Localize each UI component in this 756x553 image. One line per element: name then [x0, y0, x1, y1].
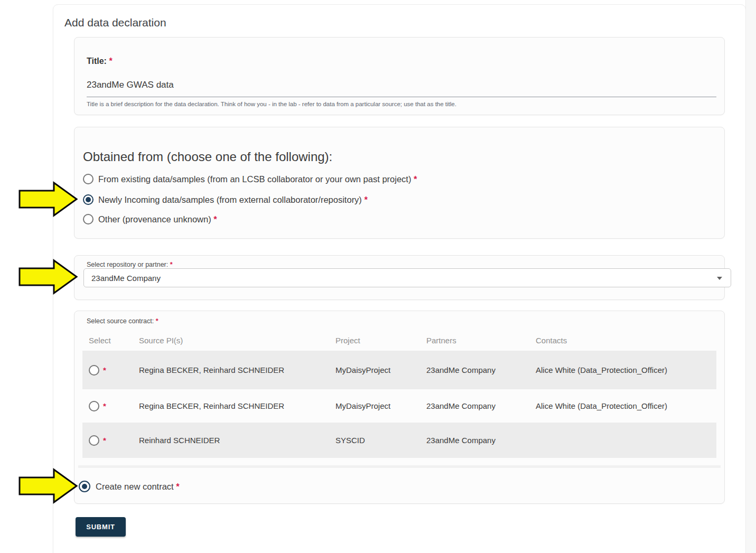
- option-label-text: Newly Incoming data/samples (from extern…: [98, 195, 362, 204]
- chevron-down-icon: [717, 277, 722, 280]
- required-asterisk: *: [170, 261, 173, 268]
- source-contract-label-text: Select source contract:: [87, 317, 154, 325]
- column-header-select: Select: [82, 336, 139, 345]
- annotation-arrow-newly-incoming: [18, 181, 79, 218]
- source-pi-cell: Regina BECKER, Reinhard SCHNEIDER: [139, 365, 335, 374]
- partners-cell: 23andMe Company: [426, 365, 536, 374]
- required-asterisk: *: [156, 317, 158, 325]
- radio-unselected-icon[interactable]: [89, 365, 99, 376]
- radio-unselected-icon[interactable]: [89, 435, 99, 446]
- scrollbar-track[interactable]: [745, 0, 756, 553]
- row-select-cell: *: [82, 365, 139, 376]
- title-field-label: Title: *: [87, 57, 113, 66]
- source-contract-label: Select source contract: *: [87, 317, 158, 325]
- create-new-contract-text: Create new contract: [96, 482, 174, 491]
- radio-selected-icon[interactable]: [79, 481, 90, 492]
- option-from-existing[interactable]: From existing data/samples (from an LCSB…: [83, 173, 417, 185]
- column-header-project: Project: [335, 336, 426, 345]
- contacts-cell: Alice White (Data_Protection_Officer): [536, 401, 716, 410]
- contract-table-header: Select Source PI(s) Project Partners Con…: [82, 331, 716, 350]
- source-pi-cell: Reinhard SCHNEIDER: [139, 436, 335, 445]
- required-asterisk: *: [213, 214, 217, 224]
- radio-unselected-icon[interactable]: [83, 214, 94, 224]
- required-asterisk: *: [176, 482, 179, 491]
- project-cell: MyDaisyProject: [335, 365, 426, 374]
- source-contract-card: Select source contract: * Select Source …: [74, 311, 725, 504]
- required-asterisk: *: [103, 436, 106, 445]
- radio-unselected-icon[interactable]: [83, 174, 94, 184]
- obtained-from-heading: Obtained from (choose one of the followi…: [83, 149, 332, 164]
- page-title: Add data declaration: [64, 16, 166, 29]
- option-label: Other (provenance unknown) *: [98, 214, 217, 224]
- source-pi-cell: Regina BECKER, Reinhard SCHNEIDER: [139, 401, 335, 410]
- required-asterisk: *: [103, 401, 106, 410]
- required-asterisk: *: [109, 57, 112, 65]
- required-asterisk: *: [364, 195, 367, 204]
- create-new-contract-option[interactable]: Create new contract *: [79, 480, 180, 493]
- annotation-arrow-create-contract: [18, 467, 79, 504]
- section-divider: [78, 465, 721, 468]
- column-header-contacts: Contacts: [536, 336, 716, 345]
- row-select-cell: *: [82, 401, 139, 411]
- title-card: Title: * 23andMe GWAS data Title is a br…: [74, 37, 725, 115]
- table-row[interactable]: * Reinhard SCHNEIDER SYSCID 23andMe Comp…: [82, 423, 716, 458]
- title-label-text: Title:: [87, 57, 107, 65]
- title-input[interactable]: 23andMe GWAS data: [87, 80, 174, 90]
- project-cell: MyDaisyProject: [335, 401, 426, 410]
- project-cell: SYSCID: [335, 436, 426, 445]
- partners-cell: 23andMe Company: [426, 401, 536, 410]
- required-asterisk: *: [414, 174, 417, 184]
- option-label-text: Other (provenance unknown): [98, 214, 211, 224]
- submit-button[interactable]: SUBMIT: [76, 517, 126, 537]
- repository-card: Select repository or partner: * 23andMe …: [74, 255, 725, 300]
- repository-label-text: Select repository or partner:: [87, 261, 168, 268]
- option-label: From existing data/samples (from an LCSB…: [98, 174, 417, 184]
- table-row[interactable]: * Regina BECKER, Reinhard SCHNEIDER MyDa…: [82, 351, 716, 389]
- title-input-underline: [87, 97, 716, 97]
- repository-select-value: 23andMe Company: [91, 274, 161, 283]
- repository-label: Select repository or partner: *: [87, 261, 173, 268]
- newly-incoming-option[interactable]: Newly Incoming data/samples (from extern…: [83, 193, 368, 206]
- annotation-arrow-repository: [18, 258, 79, 295]
- column-header-source-pi: Source PI(s): [139, 336, 335, 345]
- repository-select[interactable]: 23andMe Company: [83, 268, 731, 287]
- option-label: Newly Incoming data/samples (from extern…: [98, 195, 368, 205]
- row-select-cell: *: [82, 435, 139, 446]
- create-new-contract-label: Create new contract *: [96, 482, 180, 492]
- partners-cell: 23andMe Company: [426, 436, 536, 445]
- contacts-cell: Alice White (Data_Protection_Officer): [536, 365, 716, 374]
- title-help-text: Title is a brief description for the dat…: [87, 101, 456, 107]
- required-asterisk: *: [103, 365, 106, 374]
- radio-unselected-icon[interactable]: [89, 401, 99, 411]
- option-other-provenance[interactable]: Other (provenance unknown) *: [83, 213, 217, 226]
- option-label-text: From existing data/samples (from an LCSB…: [98, 174, 411, 184]
- obtained-from-card: Obtained from (choose one of the followi…: [74, 127, 725, 239]
- radio-selected-icon[interactable]: [83, 194, 94, 205]
- column-header-partners: Partners: [426, 336, 536, 345]
- table-row[interactable]: * Regina BECKER, Reinhard SCHNEIDER MyDa…: [82, 389, 716, 423]
